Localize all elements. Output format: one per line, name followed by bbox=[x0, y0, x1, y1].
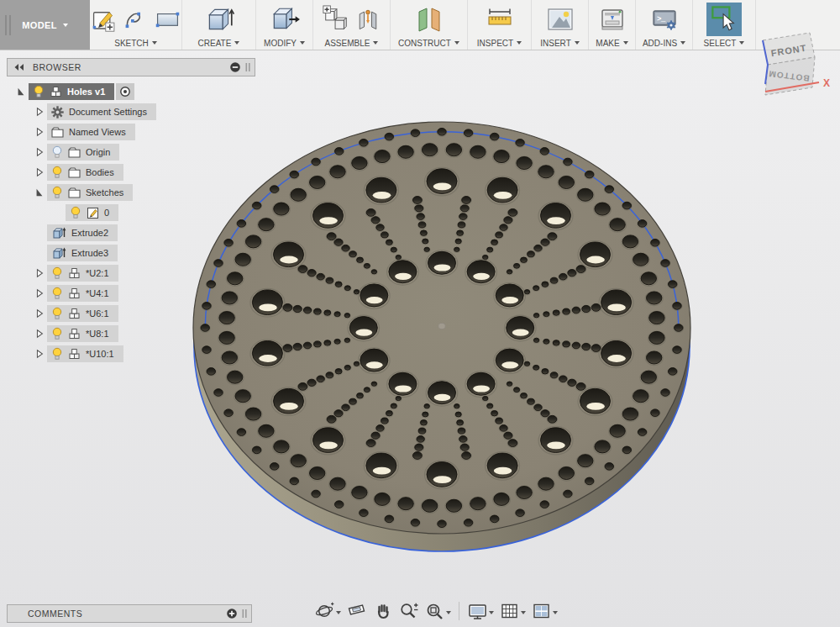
comments-header[interactable]: COMMENTS bbox=[7, 604, 252, 623]
viewports-button[interactable] bbox=[529, 600, 559, 622]
make-3d-print-button[interactable] bbox=[597, 4, 627, 34]
assemble-menu[interactable]: ASSEMBLE bbox=[325, 36, 379, 50]
tree-item-bodies[interactable]: Bodies bbox=[47, 164, 123, 181]
expand-toggle[interactable] bbox=[32, 147, 47, 157]
visibility-bulb-icon[interactable] bbox=[51, 287, 63, 300]
resize-grip-icon[interactable] bbox=[244, 62, 251, 72]
addins-menu[interactable]: ADD-INS bbox=[643, 36, 685, 50]
visibility-bulb-icon[interactable] bbox=[51, 266, 63, 280]
visibility-bulb-icon[interactable] bbox=[51, 307, 63, 320]
visibility-bulb-icon[interactable] bbox=[51, 166, 63, 179]
chevron-down-icon bbox=[575, 41, 580, 45]
tree-item-named-views[interactable]: Named Views bbox=[47, 124, 135, 140]
rectangle-button[interactable] bbox=[154, 5, 181, 34]
expand-toggle[interactable] bbox=[32, 288, 47, 298]
tree-item-label: *U8:1 bbox=[86, 329, 109, 339]
look-at-icon bbox=[346, 601, 367, 621]
expand-toggle[interactable] bbox=[32, 268, 47, 278]
tree-item-sketches[interactable]: Sketches bbox=[47, 184, 133, 201]
expand-toggle[interactable] bbox=[13, 87, 29, 97]
tree-row: *U10:1 bbox=[7, 344, 255, 364]
scripts-addins-button[interactable]: >_ bbox=[648, 4, 680, 34]
measure-button[interactable] bbox=[484, 4, 516, 34]
svg-text:>_: >_ bbox=[657, 15, 666, 24]
insert-menu[interactable]: INSERT bbox=[540, 36, 580, 50]
tree-item-u10[interactable]: *U10:1 bbox=[47, 345, 123, 362]
resize-grip-icon[interactable] bbox=[241, 609, 248, 619]
collapse-panel-icon[interactable] bbox=[13, 63, 25, 71]
pan-button[interactable] bbox=[370, 600, 395, 622]
construct-plane-button[interactable] bbox=[414, 3, 444, 35]
select-tool-button[interactable] bbox=[706, 3, 742, 36]
zoom-button[interactable] bbox=[396, 600, 421, 622]
joint-icon bbox=[354, 4, 381, 34]
visibility-bulb-icon[interactable] bbox=[51, 145, 63, 159]
add-comment-icon[interactable] bbox=[226, 608, 238, 619]
orbit-button[interactable] bbox=[312, 600, 343, 622]
tree-item-sketch-0[interactable]: 0 bbox=[66, 204, 118, 221]
tree-item-label: Extrude3 bbox=[71, 248, 108, 258]
minimize-icon[interactable] bbox=[229, 61, 241, 73]
expand-toggle[interactable] bbox=[32, 167, 47, 177]
fit-button[interactable] bbox=[423, 600, 453, 622]
select-cursor-icon bbox=[706, 3, 742, 36]
tree-item-u6[interactable]: *U6:1 bbox=[47, 305, 118, 322]
press-pull-button[interactable] bbox=[269, 3, 301, 35]
x-axis-label: X bbox=[823, 77, 830, 89]
tree-item-label: Document Settings bbox=[69, 107, 147, 117]
joint-button[interactable] bbox=[354, 4, 381, 34]
divider bbox=[459, 602, 459, 620]
look-at-button[interactable] bbox=[344, 600, 369, 622]
tree-item-u2[interactable]: *U2:1 bbox=[47, 265, 118, 282]
activate-component-radio[interactable] bbox=[116, 83, 134, 100]
modify-menu[interactable]: MODIFY bbox=[264, 36, 305, 50]
extrude-button[interactable] bbox=[203, 3, 235, 35]
toolbar-grip[interactable] bbox=[5, 15, 11, 35]
tree-item-label: Holes v1 bbox=[67, 87, 105, 97]
toolbar-group-create: CREATE bbox=[182, 0, 256, 50]
create-menu[interactable]: CREATE bbox=[198, 36, 240, 50]
tree-item-label: *U2:1 bbox=[86, 268, 109, 278]
expand-toggle[interactable] bbox=[32, 329, 47, 339]
component-icon bbox=[68, 348, 81, 360]
browser-header[interactable]: BROWSER bbox=[7, 58, 255, 76]
tree-item-holes-v1[interactable]: Holes v1 bbox=[29, 83, 114, 100]
tree-item-extrude3[interactable]: Extrude3 bbox=[47, 245, 118, 261]
visibility-bulb-icon[interactable] bbox=[51, 347, 63, 361]
tree-row: *U6:1 bbox=[7, 303, 255, 324]
expand-toggle[interactable] bbox=[32, 127, 47, 137]
navigation-toolbar bbox=[312, 600, 561, 622]
expand-toggle[interactable] bbox=[32, 349, 47, 359]
visibility-bulb-icon[interactable] bbox=[70, 206, 81, 219]
display-settings-button[interactable] bbox=[465, 600, 496, 622]
viewports-icon bbox=[531, 601, 552, 621]
visibility-bulb-icon[interactable] bbox=[51, 327, 63, 340]
create-sketch-button[interactable] bbox=[90, 5, 118, 34]
workspace-switcher[interactable]: MODEL bbox=[0, 0, 90, 50]
visibility-bulb-icon[interactable] bbox=[51, 186, 63, 199]
expand-toggle[interactable] bbox=[32, 308, 47, 319]
expand-toggle[interactable] bbox=[32, 187, 47, 198]
tree-item-origin[interactable]: Origin bbox=[47, 144, 119, 161]
zoom-fit-icon bbox=[424, 601, 445, 621]
insert-image-button[interactable] bbox=[544, 4, 576, 34]
sketch-menu[interactable]: SKETCH bbox=[114, 36, 157, 50]
select-menu[interactable]: SELECT bbox=[704, 36, 745, 50]
visibility-bulb-icon[interactable] bbox=[33, 85, 45, 98]
make-menu[interactable]: MAKE bbox=[596, 36, 627, 50]
spline-button[interactable] bbox=[122, 5, 150, 34]
tree-item-u4[interactable]: *U4:1 bbox=[47, 285, 118, 302]
tree-item-document-settings[interactable]: Document Settings bbox=[47, 103, 156, 120]
grid-settings-button[interactable] bbox=[497, 600, 528, 622]
inspect-menu[interactable]: INSPECT bbox=[477, 36, 522, 50]
expand-toggle[interactable] bbox=[32, 107, 47, 117]
view-cube[interactable]: X FRONT BOTTOM bbox=[744, 18, 832, 113]
tree-item-u8[interactable]: *U8:1 bbox=[47, 325, 118, 342]
tree-item-extrude2[interactable]: Extrude2 bbox=[47, 224, 118, 241]
new-component-button[interactable] bbox=[322, 4, 350, 34]
tree-row: *U8:1 bbox=[7, 324, 255, 344]
folder-icon bbox=[68, 147, 81, 158]
rectangle-icon bbox=[154, 5, 181, 34]
tree-item-label: *U6:1 bbox=[86, 308, 109, 319]
construct-menu[interactable]: CONSTRUCT bbox=[398, 36, 459, 50]
